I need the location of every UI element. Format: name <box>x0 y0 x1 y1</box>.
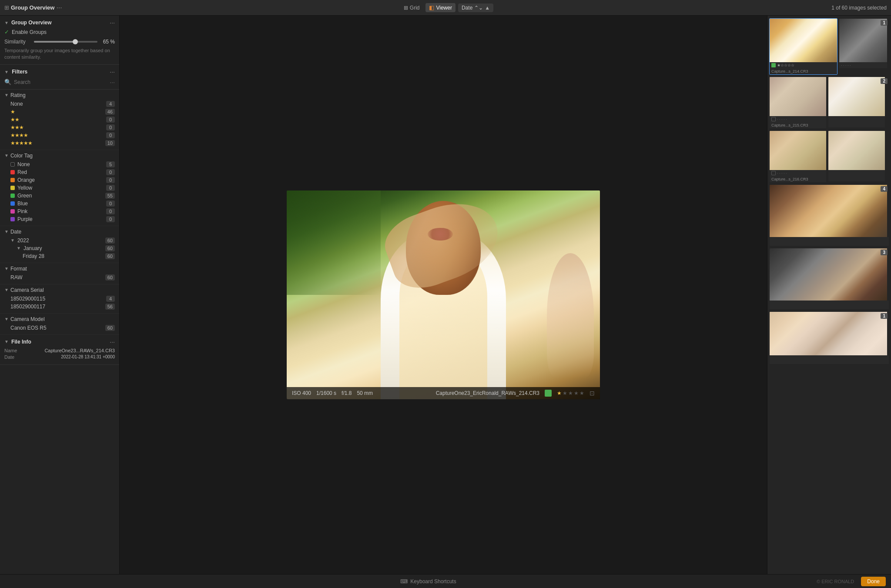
rating-4star-row[interactable]: ★★★★ 0 <box>4 131 115 139</box>
format-raw-row[interactable]: RAW 60 <box>4 274 115 281</box>
thumbnail-strip: 1 ★☆☆☆☆ Capture...s_214.CR3 <box>767 16 891 369</box>
color-tag-purple-row[interactable]: Purple 0 <box>4 215 115 223</box>
top-bar: ⊞ Group Overview ··· ⊞ Grid ◧ Viewer Dat… <box>0 0 891 16</box>
filters-menu-icon[interactable]: ··· <box>110 68 115 75</box>
thumb-image-214 <box>770 19 837 62</box>
format-group-header[interactable]: ▼ Format <box>4 266 115 272</box>
color-tag-blue-row[interactable]: Blue 0 <box>4 200 115 207</box>
rating-1star-row[interactable]: ★ 46 <box>4 108 115 116</box>
star-5-icon: ★ <box>579 390 584 396</box>
group-overview-title[interactable]: ▼ Group Overview <box>4 20 52 26</box>
selection-info: 1 of 60 images selected <box>831 5 887 11</box>
search-options-icon[interactable]: ··· <box>110 79 115 86</box>
group-row-1: 1 ★☆☆☆☆ Capture...s_214.CR3 <box>769 18 889 75</box>
thumb-image-1b <box>839 19 887 62</box>
viewer-icon: ◧ <box>429 4 434 11</box>
date-group-header[interactable]: ▼ Date <box>4 229 115 235</box>
image-aperture: f/1.8 <box>342 390 352 396</box>
thumb-label-216: Capture...s_216.CR3 <box>770 176 826 182</box>
thumbnail-214[interactable]: ★☆☆☆☆ Capture...s_214.CR3 <box>769 18 837 75</box>
thumbnail-right-2b[interactable] <box>828 77 885 129</box>
color-swatch-yellow <box>10 186 15 190</box>
file-info-header: ▼ File Info ··· <box>4 338 115 345</box>
thumb-meta-1b: · · · · · <box>839 62 887 68</box>
serial-2-row[interactable]: 185029000117 56 <box>4 303 115 311</box>
similarity-row: Similarity 65 % <box>4 39 115 45</box>
camera-model-r5-row[interactable]: Canon EOS R5 60 <box>4 324 115 332</box>
thumbnail-216[interactable]: · · · · · Capture...s_216.CR3 <box>769 130 827 183</box>
color-tag-pink-row[interactable]: Pink 0 <box>4 207 115 215</box>
color-tag-yellow-row[interactable]: Yellow 0 <box>4 184 115 192</box>
rating-none-row[interactable]: None 4 <box>4 100 115 108</box>
date-group: ▼ Date ▼ 2022 60 ▼ January 60 Friday 28 … <box>0 226 119 263</box>
slider-thumb <box>73 39 78 44</box>
group-badge-1: 1 <box>881 20 888 26</box>
group-badge-3: 3 <box>881 250 888 255</box>
sort-chevron-icon: ⌃⌄ <box>474 5 483 11</box>
thumb-meta-g4 <box>770 237 889 246</box>
main-image[interactable] <box>287 190 600 399</box>
thumbnail-right-3b[interactable] <box>828 130 885 183</box>
keyboard-shortcuts-button[interactable]: ⌨ Keyboard Shortcuts <box>400 578 456 585</box>
similarity-slider[interactable] <box>34 41 97 43</box>
thumb-meta-2b <box>828 116 885 127</box>
grid-view-button[interactable]: ⊞ Grid <box>400 3 423 12</box>
thumbnail-215[interactable]: · · · · · Capture...s_215.CR3 <box>769 77 827 129</box>
thumbnail-right-1b[interactable]: · · · · · <box>839 18 888 75</box>
star-4-icon: ★ <box>574 390 579 396</box>
thumb-image-216 <box>770 131 826 170</box>
color-tag-red-row[interactable]: Red 0 <box>4 168 115 176</box>
chevron-down-icon: ▼ <box>4 70 9 74</box>
color-swatch-pink <box>10 209 15 214</box>
thumbnail-group3[interactable] <box>769 248 889 310</box>
file-info-title[interactable]: ▼ File Info <box>4 339 31 345</box>
date-day-row[interactable]: Friday 28 60 <box>4 252 115 260</box>
right-panel: 1 ★☆☆☆☆ Capture...s_214.CR3 <box>767 16 891 574</box>
serial-1-row[interactable]: 185029000115 4 <box>4 295 115 303</box>
enable-groups-check-icon: ✓ <box>4 29 9 35</box>
thumb-meta-215: · · · · · <box>770 116 826 122</box>
grid-icon: ⊞ <box>404 5 408 11</box>
group-badge-1b: 1 <box>881 313 888 319</box>
chevron-down-icon: ▼ <box>4 317 9 321</box>
group-row-3: · · · · · Capture...s_216.CR3 <box>769 130 889 183</box>
color-tag-header[interactable]: ▼ Color Tag <box>4 153 115 159</box>
bottom-bar: ⌨ Keyboard Shortcuts © ERIC RONALD Done <box>0 574 891 588</box>
filters-title[interactable]: ▼ Filters <box>4 69 27 75</box>
camera-model-header[interactable]: ▼ Camera Model <box>4 316 115 322</box>
thumbnail-group4[interactable] <box>769 184 889 246</box>
viewer-area: ISO 400 1/1600 s f/1.8 50 mm CaptureOne2… <box>120 16 767 574</box>
top-bar-center: ⊞ Grid ◧ Viewer Date ⌃⌄ ▲ <box>400 3 493 12</box>
sort-control[interactable]: Date ⌃⌄ ▲ <box>458 3 493 12</box>
file-info-menu-icon[interactable]: ··· <box>110 338 115 345</box>
sort-direction-icon: ▲ <box>485 5 490 11</box>
done-button[interactable]: Done <box>861 577 886 586</box>
date-month-row[interactable]: ▼ January 60 <box>4 244 115 252</box>
group-badge-2: 2 <box>881 78 888 84</box>
color-tag-green-row[interactable]: Green 55 <box>4 192 115 200</box>
star-3-icon: ★ <box>568 390 573 396</box>
group-overview-menu-icon[interactable]: ··· <box>110 19 115 26</box>
date-year-row[interactable]: ▼ 2022 60 <box>4 237 115 244</box>
color-tag-orange-row[interactable]: Orange 0 <box>4 176 115 184</box>
thumb-image-g3 <box>770 248 887 301</box>
search-input[interactable] <box>14 79 107 85</box>
color-tag-none-row[interactable]: None 5 <box>4 160 115 168</box>
top-bar-menu-icon[interactable]: ··· <box>56 4 62 12</box>
group-row-4: 4 <box>769 184 889 246</box>
rating-2star-row[interactable]: ★★ 0 <box>4 116 115 124</box>
image-overlay-icon: ⊡ <box>590 390 595 397</box>
color-swatch-green <box>10 194 15 198</box>
rating-3star-row[interactable]: ★★★ 0 <box>4 124 115 131</box>
image-color-tag-icon <box>545 390 552 397</box>
camera-serial-group: ▼ Camera Serial 185029000115 4 185029000… <box>0 284 119 314</box>
rating-5star-row[interactable]: ★★★★★ 10 <box>4 139 115 147</box>
thumb-image-2b <box>828 77 885 116</box>
viewer-view-button[interactable]: ◧ Viewer <box>425 3 455 12</box>
center-area: ISO 400 1/1600 s f/1.8 50 mm CaptureOne2… <box>120 16 767 574</box>
camera-serial-header[interactable]: ▼ Camera Serial <box>4 287 115 293</box>
thumb-label-215: Capture...s_215.CR3 <box>770 122 826 128</box>
thumbnail-group1b[interactable] <box>769 311 889 364</box>
color-swatch-red <box>10 170 15 174</box>
rating-group-header[interactable]: ▼ Rating <box>4 92 115 98</box>
